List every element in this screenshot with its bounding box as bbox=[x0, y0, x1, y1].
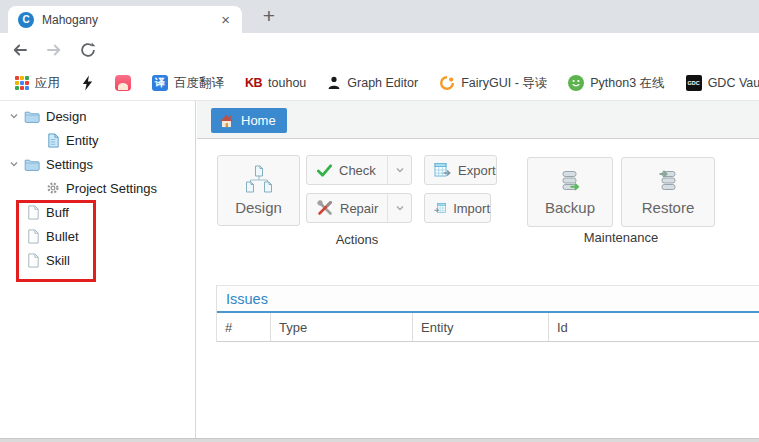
bookmark-pink-app[interactable] bbox=[110, 72, 136, 94]
tree-item-project-settings[interactable]: Project Settings bbox=[0, 176, 195, 200]
tab-close-icon[interactable]: × bbox=[217, 12, 234, 27]
tree-item-settings[interactable]: Settings bbox=[0, 152, 195, 176]
import-button[interactable]: Import bbox=[424, 193, 491, 223]
design-button[interactable]: Design bbox=[217, 155, 300, 226]
backup-button-label: Backup bbox=[545, 199, 595, 216]
folder-icon bbox=[24, 109, 40, 124]
bookmark-label: Python3 在线 bbox=[590, 75, 664, 92]
document-icon bbox=[26, 205, 40, 220]
tab-title: Mahogany bbox=[42, 13, 217, 27]
export-button-label: Export bbox=[458, 163, 496, 178]
tree-label: Entity bbox=[66, 133, 99, 148]
check-dropdown-button[interactable] bbox=[387, 156, 411, 184]
folder-icon bbox=[24, 157, 40, 172]
bookmark-gdc-vault[interactable]: GDC GDC Vault bbox=[681, 72, 759, 94]
browser-toolbar: localhost:44213/#home bbox=[0, 33, 759, 66]
tree-label: Design bbox=[46, 109, 86, 124]
person-icon bbox=[327, 76, 341, 90]
sidebar-tree: Design Entity Settings Project Settings … bbox=[0, 101, 196, 442]
gear-icon bbox=[46, 181, 60, 195]
app-page: Design Entity Settings Project Settings … bbox=[0, 101, 759, 442]
pink-app-icon bbox=[115, 75, 131, 91]
tree-item-design[interactable]: Design bbox=[0, 104, 195, 128]
column-header-number[interactable]: # bbox=[217, 313, 271, 341]
apps-grid-icon bbox=[15, 76, 29, 90]
bookmark-label: 百度翻译 bbox=[174, 75, 224, 92]
import-button-label: Import bbox=[453, 201, 490, 216]
main-area: Home Design Check bbox=[197, 101, 759, 442]
browser-tabstrip: C Mahogany × + bbox=[0, 0, 759, 33]
chevron-down-icon[interactable] bbox=[7, 159, 21, 169]
design-icon bbox=[242, 165, 276, 193]
import-icon bbox=[434, 200, 446, 216]
restore-icon bbox=[656, 169, 680, 193]
design-button-label: Design bbox=[235, 199, 282, 216]
tree-label: Skill bbox=[46, 253, 70, 268]
restore-button[interactable]: Restore bbox=[621, 157, 715, 227]
tree-item-bullet[interactable]: Bullet bbox=[0, 224, 195, 248]
bookmark-graph-editor[interactable]: Graph Editor bbox=[322, 73, 423, 93]
bookmark-lightning[interactable] bbox=[76, 72, 99, 94]
maintenance-group-label: Maintenance bbox=[527, 230, 715, 245]
browser-tab[interactable]: C Mahogany × bbox=[8, 6, 242, 33]
gdc-icon: GDC bbox=[686, 75, 702, 91]
tree-label: Project Settings bbox=[66, 181, 157, 196]
bookmark-label: GDC Vault bbox=[708, 76, 759, 90]
bookmark-apps[interactable]: 应用 bbox=[10, 72, 65, 95]
tree-item-buff[interactable]: Buff bbox=[0, 200, 195, 224]
tree-label: Bullet bbox=[46, 229, 79, 244]
chevron-down-icon[interactable] bbox=[7, 111, 21, 121]
tab-home[interactable]: Home bbox=[211, 108, 287, 133]
bookmark-label: 应用 bbox=[35, 75, 60, 92]
horizontal-scrollbar[interactable] bbox=[0, 438, 759, 442]
repair-button[interactable]: Repair bbox=[306, 193, 412, 223]
back-icon[interactable] bbox=[6, 36, 34, 64]
home-icon bbox=[219, 114, 234, 128]
tree-item-skill[interactable]: Skill bbox=[0, 248, 195, 272]
tab-home-label: Home bbox=[241, 113, 276, 128]
site-favicon-icon: C bbox=[18, 12, 34, 28]
bookmark-label: Graph Editor bbox=[347, 76, 418, 90]
repair-dropdown-button[interactable] bbox=[387, 194, 411, 222]
browser-window: C Mahogany × + localhost:44213/#home bbox=[0, 0, 759, 442]
document-icon bbox=[26, 229, 40, 244]
kb-icon: KB bbox=[245, 76, 262, 90]
document-blue-icon bbox=[46, 133, 60, 148]
export-button[interactable]: Export bbox=[424, 155, 497, 185]
restore-button-label: Restore bbox=[642, 199, 695, 216]
bookmark-fairygui[interactable]: FairyGUI - 导读 bbox=[434, 72, 552, 95]
check-button[interactable]: Check bbox=[306, 155, 412, 185]
bookmark-python3[interactable]: Python3 在线 bbox=[563, 72, 669, 95]
check-button-label: Check bbox=[339, 163, 376, 178]
chevron-down-icon bbox=[395, 165, 405, 175]
column-header-entity[interactable]: Entity bbox=[413, 313, 549, 341]
actions-group-label: Actions bbox=[217, 232, 497, 247]
bookmark-baidu-translate[interactable]: 译 百度翻译 bbox=[147, 72, 229, 95]
bookmark-touhou[interactable]: KB touhou bbox=[240, 73, 311, 93]
tree-label: Buff bbox=[46, 205, 69, 220]
lightning-icon bbox=[81, 75, 94, 91]
chevron-down-icon bbox=[395, 203, 405, 213]
issues-panel: Issues # Type Entity Id bbox=[216, 285, 759, 342]
repair-button-label: Repair bbox=[340, 201, 378, 216]
backup-button[interactable]: Backup bbox=[527, 157, 613, 227]
translate-icon: 译 bbox=[152, 75, 168, 91]
forward-icon[interactable] bbox=[40, 36, 68, 64]
bookmark-label: FairyGUI - 导读 bbox=[461, 75, 547, 92]
backup-icon bbox=[558, 169, 582, 193]
column-header-id[interactable]: Id bbox=[549, 313, 759, 341]
issues-table-header: # Type Entity Id bbox=[217, 313, 759, 342]
tree-label: Settings bbox=[46, 157, 93, 172]
python-icon bbox=[568, 75, 584, 91]
fairygui-icon bbox=[439, 75, 455, 91]
page-tabbar: Home bbox=[197, 101, 759, 139]
document-icon bbox=[26, 253, 40, 268]
bookmark-label: touhou bbox=[268, 76, 306, 90]
tree-item-entity[interactable]: Entity bbox=[0, 128, 195, 152]
reload-icon[interactable] bbox=[74, 36, 102, 64]
export-icon bbox=[434, 162, 451, 178]
new-tab-button[interactable]: + bbox=[256, 3, 282, 29]
repair-icon bbox=[317, 200, 333, 216]
column-header-type[interactable]: Type bbox=[271, 313, 413, 341]
issues-panel-title: Issues bbox=[217, 286, 759, 313]
